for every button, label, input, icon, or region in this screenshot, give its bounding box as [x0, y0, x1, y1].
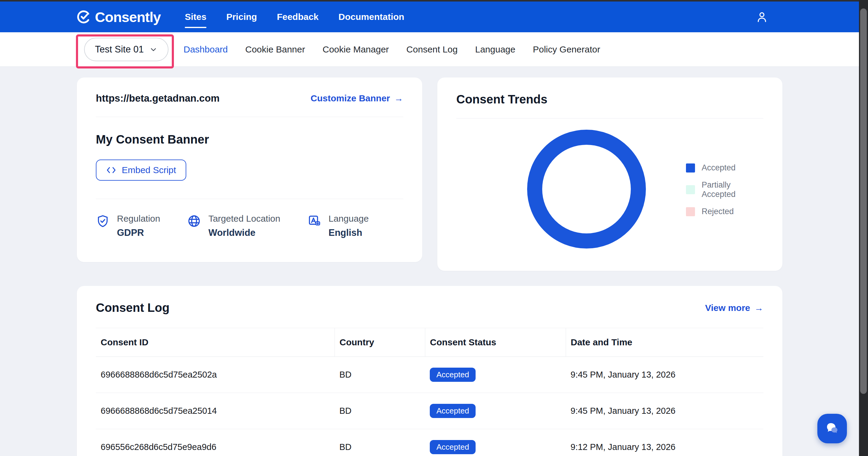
top-navbar: Consently Sites Pricing Feedback Documen… — [0, 1, 859, 32]
column-consent-id: Consent ID — [96, 328, 335, 357]
cell-country: BD — [335, 429, 425, 456]
primary-nav: Sites Pricing Feedback Documentation — [185, 7, 404, 26]
scrollbar[interactable] — [859, 0, 868, 456]
table-row[interactable]: 6966688868d6c5d75ea2502a BD Accepted 9:4… — [96, 357, 764, 393]
consent-trends-card: Consent Trends Accepted Partially Accept… — [437, 78, 782, 271]
legend-label: Rejected — [702, 207, 734, 216]
tab-policy-generator[interactable]: Policy Generator — [533, 44, 600, 55]
meta-language: Language English — [307, 213, 369, 238]
trends-title: Consent Trends — [456, 93, 764, 106]
arrow-right-icon: → — [754, 303, 764, 313]
cell-datetime: 9:12 PM, January 13, 2026 — [566, 429, 764, 456]
embed-script-label: Embed Script — [122, 165, 176, 175]
site-url: https://beta.getadnan.com — [96, 93, 220, 104]
shield-check-icon — [96, 214, 110, 228]
cell-country: BD — [335, 357, 425, 393]
site-toolbar: Test Site 01 Dashboard Cookie Banner Coo… — [0, 32, 859, 67]
tab-cookie-manager[interactable]: Cookie Manager — [322, 44, 389, 55]
table-row[interactable]: 6966688868d6c5d75ea25014 BD Accepted 9:4… — [96, 393, 764, 429]
donut-segment-accepted — [535, 137, 638, 241]
arrow-right-icon: → — [394, 93, 403, 104]
cell-datetime: 9:45 PM, January 13, 2026 — [566, 393, 764, 429]
scrollbar-thumb[interactable] — [860, 8, 867, 394]
consently-logo-icon — [76, 9, 92, 25]
legend-label: Accepted — [702, 163, 736, 172]
meta-value: GDPR — [117, 227, 160, 238]
view-more-link[interactable]: View more → — [705, 303, 764, 313]
code-icon — [106, 166, 116, 175]
legend-label: Partially Accepted — [702, 180, 764, 199]
banner-meta-row: Regulation GDPR Targeted Location Worldw… — [96, 213, 403, 238]
consent-banner-card: https://beta.getadnan.com Customize Bann… — [77, 78, 422, 262]
tab-language[interactable]: Language — [475, 44, 515, 55]
meta-value: English — [329, 227, 369, 238]
meta-label: Targeted Location — [208, 213, 280, 224]
consent-log-title: Consent Log — [96, 301, 169, 315]
site-selector-dropdown[interactable]: Test Site 01 — [84, 38, 168, 61]
cell-consent-id: 6966688868d6c5d75ea2502a — [96, 357, 335, 393]
site-tabs: Dashboard Cookie Banner Cookie Manager C… — [184, 44, 600, 55]
status-badge: Accepted — [430, 368, 475, 382]
nav-link-feedback[interactable]: Feedback — [277, 7, 318, 26]
cell-country: BD — [335, 393, 425, 429]
column-date-time: Date and Time — [566, 328, 764, 357]
nav-link-pricing[interactable]: Pricing — [226, 7, 257, 26]
chart-legend: Accepted Partially Accepted Rejected — [686, 163, 764, 216]
column-consent-status: Consent Status — [425, 328, 566, 357]
brand-name: Consently — [95, 9, 161, 25]
consent-log-card: Consent Log View more → Consent ID Count… — [77, 286, 782, 456]
meta-regulation: Regulation GDPR — [96, 213, 160, 238]
donut-chart-area: Accepted Partially Accepted Rejected — [456, 121, 764, 260]
user-account-icon[interactable] — [755, 10, 769, 24]
nav-link-documentation[interactable]: Documentation — [338, 7, 404, 26]
meta-label: Regulation — [117, 213, 160, 224]
meta-targeted-location: Targeted Location Worldwide — [187, 213, 280, 238]
site-selector-value: Test Site 01 — [95, 44, 144, 55]
status-badge: Accepted — [430, 404, 475, 418]
table-row[interactable]: 696556c268d6c5d75e9ea9d6 BD Accepted 9:1… — [96, 429, 764, 456]
tab-consent-log[interactable]: Consent Log — [406, 44, 458, 55]
legend-swatch-rejected — [686, 207, 695, 216]
meta-value: Worldwide — [208, 227, 280, 238]
legend-item-partially-accepted: Partially Accepted — [686, 180, 764, 199]
divider — [96, 117, 403, 117]
globe-icon — [187, 214, 201, 228]
window-top-edge — [0, 0, 868, 1]
legend-swatch-accepted — [686, 164, 695, 172]
nav-link-sites[interactable]: Sites — [185, 7, 207, 26]
view-more-label: View more — [705, 303, 750, 313]
customize-banner-link[interactable]: Customize Banner → — [311, 93, 403, 104]
consent-trends-donut-chart — [527, 130, 646, 249]
legend-swatch-partially-accepted — [686, 185, 695, 194]
cell-consent-id: 696556c268d6c5d75e9ea9d6 — [96, 429, 335, 456]
chevron-down-icon — [149, 45, 158, 54]
meta-label: Language — [329, 213, 369, 224]
status-badge: Accepted — [430, 440, 475, 454]
consent-log-table: Consent ID Country Consent Status Date a… — [96, 328, 764, 456]
legend-item-accepted: Accepted — [686, 163, 764, 172]
chat-widget-button[interactable] — [817, 414, 847, 443]
cell-consent-id: 6966688868d6c5d75ea25014 — [96, 393, 335, 429]
tab-dashboard[interactable]: Dashboard — [184, 44, 228, 55]
brand-logo[interactable]: Consently — [76, 9, 161, 25]
customize-banner-label: Customize Banner — [311, 93, 390, 104]
divider — [96, 199, 403, 199]
table-header-row: Consent ID Country Consent Status Date a… — [96, 328, 764, 357]
column-country: Country — [335, 328, 425, 357]
tab-cookie-banner[interactable]: Cookie Banner — [245, 44, 305, 55]
embed-script-button[interactable]: Embed Script — [96, 160, 186, 181]
chat-bubbles-icon — [824, 420, 841, 437]
legend-item-rejected: Rejected — [686, 207, 764, 216]
banner-card-title: My Consent Banner — [96, 133, 403, 146]
cell-datetime: 9:45 PM, January 13, 2026 — [566, 357, 764, 393]
translate-icon — [307, 214, 321, 228]
